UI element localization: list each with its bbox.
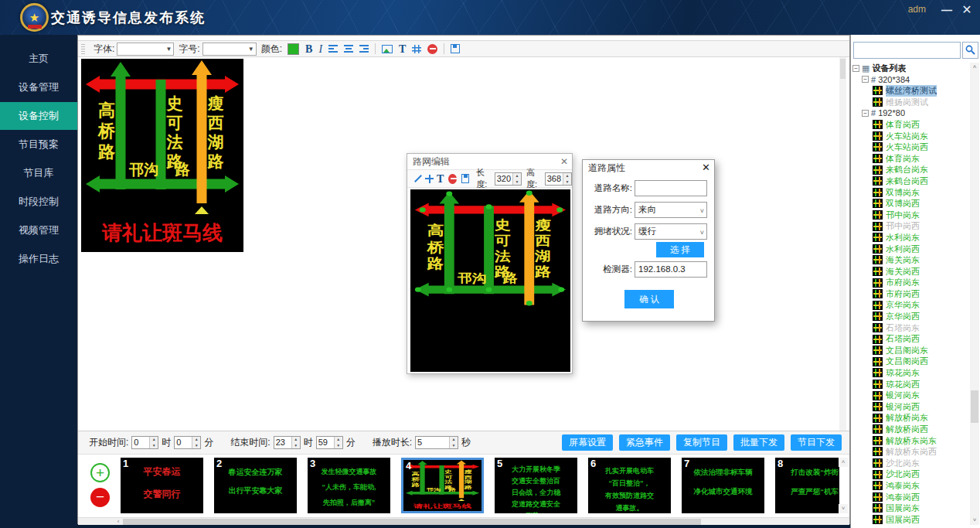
align-left-icon[interactable]	[328, 45, 338, 53]
logged-in-user[interactable]: adm	[908, 4, 926, 15]
insert-image-icon[interactable]	[382, 45, 393, 53]
device-item-石塔岗西[interactable]: 石塔岗西	[852, 333, 971, 345]
program-thumbnail-8[interactable]: 8打击改装“炸街”严查严惩“机车”	[775, 458, 839, 513]
scrollbar-thumb[interactable]	[840, 59, 846, 79]
device-item-邗中岗西[interactable]: 邗中岗西	[852, 220, 971, 232]
device-item-维扬岗测试[interactable]: 维扬岗测试	[852, 97, 971, 108]
sidebar-item-节目库[interactable]: 节目库	[0, 159, 77, 187]
device-item-京华岗东[interactable]: 京华岗东	[852, 299, 971, 311]
device-item-双博岗东[interactable]: 双博岗东	[852, 187, 971, 199]
device-item-解放桥东岗东[interactable]: 解放桥东岗东	[852, 435, 971, 447]
tree-node-设备列表[interactable]: −▦设备列表	[852, 63, 971, 74]
collapse-icon[interactable]: −	[852, 65, 859, 72]
text-tool-icon[interactable]: T	[399, 43, 406, 55]
tree-node-192*80[interactable]: −#192*80	[852, 107, 971, 119]
collapse-icon[interactable]: −	[862, 76, 869, 83]
select-detector-button[interactable]: 选 择	[656, 242, 704, 257]
device-item-国展岗西[interactable]: 国展岗西	[852, 514, 971, 525]
control-point-dot[interactable]	[486, 204, 492, 209]
control-point-dot[interactable]	[420, 207, 426, 212]
spinner-arrows[interactable]: ▲▼	[563, 173, 571, 185]
device-item-沙北岗东[interactable]: 沙北岗东	[852, 458, 971, 469]
scroll-left-icon[interactable]: ‹	[114, 518, 123, 525]
end-minute-spinner[interactable]: 59▲▼	[316, 436, 343, 449]
start-hour-spinner[interactable]: 0▲▼	[131, 436, 158, 449]
device-item-沙北岗西[interactable]: 沙北岗西	[852, 468, 971, 480]
congestion-select[interactable]: 缓行˅	[635, 223, 707, 240]
scroll-up-icon[interactable]: ˄	[970, 63, 979, 72]
control-point-dot[interactable]	[446, 191, 452, 196]
device-item-邗中岗东[interactable]: 邗中岗东	[852, 209, 971, 221]
close-icon[interactable]: ✕	[702, 160, 710, 175]
duration-spinner[interactable]: 5▲▼	[415, 436, 458, 449]
draw-line-icon[interactable]	[413, 174, 420, 183]
crosshair-icon[interactable]	[425, 175, 432, 183]
spinner-arrows[interactable]: ▲▼	[334, 437, 342, 448]
canvas-vertical-scrollbar[interactable]	[839, 57, 846, 431]
device-item-解放桥岗东[interactable]: 解放桥岗东	[852, 412, 971, 424]
device-item-解放桥东岗西[interactable]: 解放桥东岗西	[852, 446, 971, 458]
spinner-arrows[interactable]: ▲▼	[192, 437, 200, 448]
detector-input[interactable]: 192.168.0.3	[635, 261, 707, 278]
action-button-复制节目[interactable]: 复制节目	[676, 434, 727, 451]
color-swatch[interactable]	[288, 43, 299, 55]
confirm-button[interactable]: 确 认	[624, 290, 674, 308]
length-spinner[interactable]: 320 ▲▼	[495, 172, 522, 186]
device-item-来鹤台岗西[interactable]: 来鹤台岗西	[852, 175, 971, 187]
height-spinner[interactable]: 368 ▲▼	[545, 172, 572, 186]
sidebar-item-视频管理[interactable]: 视频管理	[0, 216, 77, 244]
control-point-dot[interactable]	[415, 287, 421, 291]
close-button[interactable]: ✕	[958, 2, 975, 18]
start-minute-spinner[interactable]: 0▲▼	[174, 436, 201, 449]
align-right-icon[interactable]	[359, 45, 369, 53]
scrollbar-thumb[interactable]	[123, 519, 701, 525]
action-button-节目下发[interactable]: 节目下发	[791, 434, 842, 451]
tree-node-320*384[interactable]: −#320*384	[852, 74, 971, 86]
sidebar-item-操作日志[interactable]: 操作日志	[0, 245, 77, 273]
device-item-海关岗西[interactable]: 海关岗西	[852, 266, 971, 278]
device-item-海关岗东[interactable]: 海关岗东	[852, 254, 971, 266]
control-point-dot[interactable]	[526, 301, 533, 305]
device-item-鸿泰岗东[interactable]: 鸿泰岗东	[852, 480, 971, 492]
sidebar-item-时段控制[interactable]: 时段控制	[0, 188, 77, 216]
tree-vertical-scrollbar[interactable]: ˄ ˅	[970, 63, 979, 525]
control-point-dot[interactable]	[556, 207, 563, 212]
italic-button[interactable]: I	[318, 43, 322, 55]
device-item-琼花岗西[interactable]: 琼花岗西	[852, 379, 971, 390]
program-thumbnail-6[interactable]: 6扎实开展电动车“百日整治”，有效预防道路交通事故。	[588, 458, 671, 513]
save-icon[interactable]	[461, 174, 469, 183]
text-tool-icon[interactable]: T	[437, 173, 444, 185]
spinner-arrows[interactable]: ▲▼	[149, 437, 158, 448]
font-size-select[interactable]: ▼	[202, 43, 257, 56]
device-item-螺丝湾桥测试[interactable]: 螺丝湾桥测试	[852, 85, 971, 97]
program-thumbnail-5[interactable]: 5大力开展秋冬季交通安全整治百日会战，全力稳定道路交通安全形势！	[495, 458, 577, 513]
spinner-arrows[interactable]: ▲▼	[512, 173, 521, 185]
delete-icon[interactable]	[427, 44, 437, 54]
remove-program-button[interactable]: −	[90, 488, 110, 507]
sidebar-item-主页[interactable]: 主页	[0, 45, 77, 73]
control-point-dot[interactable]	[558, 287, 564, 291]
device-item-文昌阁岗西[interactable]: 文昌阁岗西	[852, 356, 971, 367]
sidebar-item-设备管理[interactable]: 设备管理	[0, 73, 77, 101]
device-item-石塔岗东[interactable]: 石塔岗东	[852, 322, 971, 334]
device-item-银河岗东[interactable]: 银河岗东	[852, 390, 971, 401]
end-hour-spinner[interactable]: 23▲▼	[274, 436, 301, 449]
dialog-titlebar[interactable]: 道路属性 ✕	[583, 160, 714, 175]
minimize-button[interactable]: —	[938, 2, 955, 18]
device-search-input[interactable]	[853, 42, 961, 59]
font-select[interactable]: ▼	[117, 43, 174, 56]
collapse-icon[interactable]: −	[862, 110, 869, 117]
program-thumbnail-1[interactable]: 1平安春运交警同行	[121, 458, 203, 513]
strip-horizontal-scrollbar[interactable]: ‹	[78, 517, 849, 525]
control-point-dot[interactable]	[486, 287, 492, 291]
add-program-button[interactable]: +	[90, 463, 110, 482]
align-center-icon[interactable]	[344, 45, 353, 53]
grid-tool-icon[interactable]	[412, 45, 421, 53]
scroll-down-icon[interactable]: ˅	[970, 516, 979, 525]
device-item-京华岗西[interactable]: 京华岗西	[852, 311, 971, 322]
led-display-preview[interactable]: 高桥路史可法路瘦西湖路邗沟路请礼让斑马线	[81, 59, 243, 252]
control-point-dot[interactable]	[446, 287, 452, 291]
control-point-dot[interactable]	[526, 191, 533, 196]
action-button-屏幕设置[interactable]: 屏幕设置	[562, 434, 613, 451]
device-item-火车站岗西[interactable]: 火车站岗西	[852, 141, 971, 153]
